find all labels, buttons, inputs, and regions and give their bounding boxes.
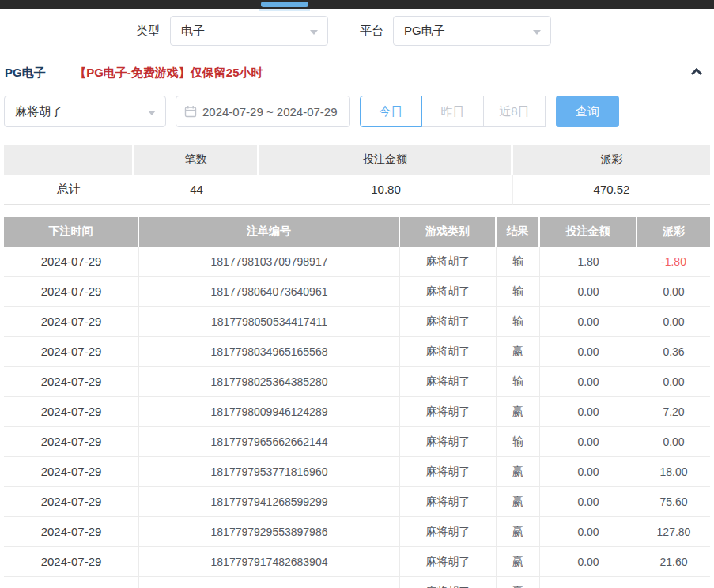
game-select[interactable]: 麻将胡了 xyxy=(4,96,166,127)
cell-result: 赢 xyxy=(497,457,540,487)
table-row: 2024-07-29 1817797965662662144 麻将胡了 输 0.… xyxy=(4,427,710,457)
summary-total-row: 总计 44 10.80 470.52 xyxy=(4,175,710,205)
cell-bet-id: 1817797953771816960 xyxy=(139,457,400,487)
cell-result: 赢 xyxy=(497,397,540,427)
cell-payout: 127.80 xyxy=(637,517,710,547)
cell-bet-time: 2024-07-29 xyxy=(4,427,139,457)
cell-bet-time: 2024-07-29 xyxy=(4,307,139,337)
cell-bet-id: 1817797929553897986 xyxy=(139,517,400,547)
cell-bet-id: 1817798034965165568 xyxy=(139,337,400,367)
cell-payout: 0.00 xyxy=(637,277,710,307)
cell-result: 输 xyxy=(497,247,540,277)
section-header: PG电子 【PG电子-免费游戏】仅保留25小时 xyxy=(5,66,709,81)
type-label: 类型 xyxy=(136,16,160,46)
cell-game-category: 麻将胡了 xyxy=(400,487,497,517)
quick-date-button[interactable]: 今日 xyxy=(360,96,422,127)
table-row: 2024-07-29 1817797941268599299 麻将胡了 赢 0.… xyxy=(4,487,710,517)
cell-bet-id: 1817797941268599299 xyxy=(139,487,400,517)
cell-game-category: 麻将胡了 xyxy=(400,307,497,337)
cell-bet-id xyxy=(139,577,400,588)
calendar-icon xyxy=(184,105,197,118)
cell-bet-id: 1817797917482683904 xyxy=(139,547,400,577)
type-select[interactable]: 电子 xyxy=(170,16,328,46)
cell-payout: 0.00 xyxy=(637,307,710,337)
cell-bet-amount: 0.00 xyxy=(540,457,637,487)
cell-payout: 0.00 xyxy=(637,367,710,397)
cell-game-category: 麻将胡了 xyxy=(400,247,497,277)
cell-bet-amount: 0.00 xyxy=(540,307,637,337)
query-row: 麻将胡了 2024-07-29 ~ 2024-07-29 今日昨日近8日 查询 xyxy=(0,96,714,127)
cell-bet-time: 2024-07-29 xyxy=(4,517,139,547)
cell-bet-id: 1817798050534417411 xyxy=(139,307,400,337)
header-game-category: 游戏类别 xyxy=(400,217,497,247)
section-notice: 【PG电子-免费游戏】仅保留25小时 xyxy=(74,66,263,81)
header-result: 结果 xyxy=(497,217,540,247)
cell-bet-amount: 0.00 xyxy=(540,517,637,547)
platform-select-value: PG电子 xyxy=(404,24,445,39)
header-bet-time: 下注时间 xyxy=(4,217,139,247)
cell-game-category: 麻将胡了 xyxy=(400,337,497,367)
cell-result: 赢 xyxy=(497,547,540,577)
quick-date-button[interactable]: 昨日 xyxy=(421,96,484,127)
summary-total-payout: 470.52 xyxy=(513,175,710,205)
cell-game-category: 麻将胡了 xyxy=(400,577,497,588)
records-header-row: 下注时间 注单编号 游戏类别 结果 投注金额 派彩 xyxy=(4,217,710,247)
cell-bet-time: 2024-07-29 xyxy=(4,337,139,367)
cell-bet-id: 1817798025364385280 xyxy=(139,367,400,397)
summary-table: 笔数 投注金额 派彩 总计 44 10.80 470.52 xyxy=(4,145,710,205)
summary-total-label: 总计 xyxy=(4,175,134,205)
cell-payout: -1.80 xyxy=(637,247,710,277)
summary-header-count: 笔数 xyxy=(134,145,259,175)
chevron-down-icon xyxy=(310,30,318,35)
cell-result: 输 xyxy=(497,277,540,307)
cell-game-category: 麻将胡了 xyxy=(400,517,497,547)
cell-bet-amount: 0.00 xyxy=(540,277,637,307)
summary-header-payout: 派彩 xyxy=(513,145,710,175)
date-range-value: 2024-07-29 ~ 2024-07-29 xyxy=(202,105,338,119)
header-bet-amount: 投注金额 xyxy=(540,217,637,247)
page: 类型 电子 平台 PG电子 PG电子 【PG电子-免费游戏】仅保留25小时 麻将… xyxy=(0,0,714,588)
cell-result: 赢 xyxy=(497,517,540,547)
table-row: 2024-07-29 1817797917482683904 麻将胡了 赢 0.… xyxy=(4,547,710,577)
cell-payout: 0.36 xyxy=(637,337,710,367)
cell-bet-time: 2024-07-29 xyxy=(4,277,139,307)
cell-payout: 21.60 xyxy=(637,547,710,577)
cell-bet-time: 2024-07-29 xyxy=(4,547,139,577)
section-title: PG电子 xyxy=(5,66,46,81)
game-select-value: 麻将胡了 xyxy=(15,104,62,119)
scrollbar-thumb[interactable] xyxy=(261,2,308,7)
cell-payout: 0.00 xyxy=(637,427,710,457)
quick-date-buttons: 今日昨日近8日 xyxy=(360,96,546,127)
quick-date-button[interactable]: 近8日 xyxy=(483,96,546,127)
summary-total-count: 44 xyxy=(134,175,259,205)
cell-game-category: 麻将胡了 xyxy=(400,277,497,307)
cell-result: 赢 xyxy=(497,577,540,588)
cell-bet-amount: 1.80 xyxy=(540,247,637,277)
table-row: 2024-07-29 1817798034965165568 麻将胡了 赢 0.… xyxy=(4,337,710,367)
records-table: 下注时间 注单编号 游戏类别 结果 投注金额 派彩 2024-07-29 181… xyxy=(4,217,710,588)
cell-bet-id: 1817798009946124289 xyxy=(139,397,400,427)
header-payout: 派彩 xyxy=(637,217,710,247)
summary-header-row: 笔数 投注金额 派彩 xyxy=(4,145,710,175)
collapse-button[interactable] xyxy=(690,66,705,79)
date-range-picker[interactable]: 2024-07-29 ~ 2024-07-29 xyxy=(176,96,350,127)
table-row: 麻将胡了 赢 xyxy=(4,577,710,588)
filter-row-type: 类型 电子 平台 PG电子 xyxy=(0,16,714,46)
search-button[interactable]: 查询 xyxy=(556,96,619,127)
chevron-up-icon xyxy=(691,68,702,79)
cell-bet-amount: 0.00 xyxy=(540,487,637,517)
cell-result: 输 xyxy=(497,367,540,397)
cell-bet-amount: 0.00 xyxy=(540,337,637,367)
cell-bet-id: 1817798103709798917 xyxy=(139,247,400,277)
cell-payout: 75.60 xyxy=(637,487,710,517)
cell-result: 赢 xyxy=(497,487,540,517)
table-row: 2024-07-29 1817798050534417411 麻将胡了 输 0.… xyxy=(4,307,710,337)
cell-bet-time xyxy=(4,577,139,588)
cell-result: 赢 xyxy=(497,337,540,367)
platform-select[interactable]: PG电子 xyxy=(393,16,551,46)
top-bar xyxy=(0,0,714,9)
header-bet-id: 注单编号 xyxy=(139,217,400,247)
cell-bet-amount xyxy=(540,577,637,588)
cell-game-category: 麻将胡了 xyxy=(400,457,497,487)
cell-bet-amount: 0.00 xyxy=(540,397,637,427)
